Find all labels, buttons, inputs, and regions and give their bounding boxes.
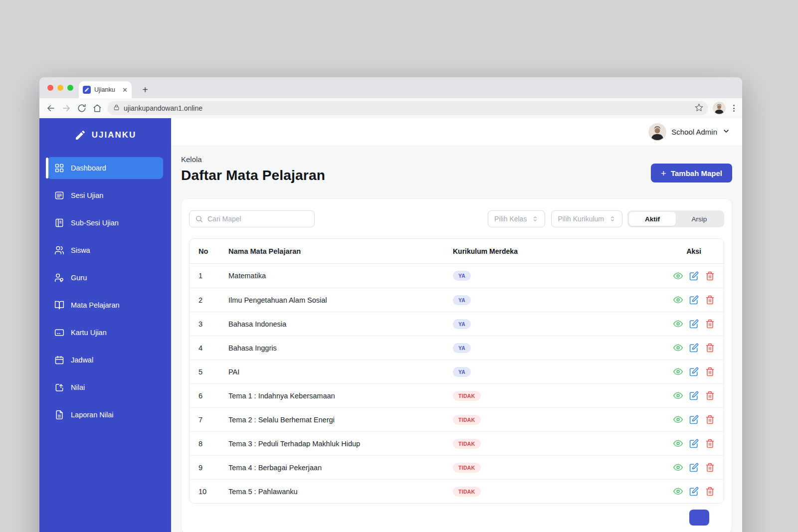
page-title: Daftar Mata Pelajaran bbox=[181, 168, 325, 183]
table-row: 5 PAI YA bbox=[190, 359, 724, 383]
toggle-aktif[interactable]: Aktif bbox=[629, 212, 676, 226]
class-select[interactable]: Pilih Kelas bbox=[488, 210, 545, 227]
subject-name: PAI bbox=[228, 368, 453, 376]
row-number: 1 bbox=[199, 272, 228, 280]
delete-icon[interactable] bbox=[705, 343, 715, 353]
back-icon[interactable] bbox=[45, 103, 56, 114]
delete-icon[interactable] bbox=[705, 391, 715, 400]
tab-close-icon[interactable]: ✕ bbox=[122, 86, 128, 94]
breadcrumb: Kelola bbox=[181, 155, 325, 164]
sidebar-item-jadwal[interactable]: Jadwal bbox=[47, 349, 163, 371]
bookmark-star-icon[interactable] bbox=[695, 103, 703, 114]
delete-icon[interactable] bbox=[705, 319, 715, 329]
sidebar-item-sesi-ujian[interactable]: Sesi Ujian bbox=[47, 184, 163, 206]
sidebar-item-sub-sesi-ujian[interactable]: Sub-Sesi Ujian bbox=[47, 212, 163, 234]
status-badge: YA bbox=[453, 319, 471, 329]
edit-icon[interactable] bbox=[689, 343, 699, 353]
table-row: 3 Bahasa Indonesia YA bbox=[190, 312, 724, 336]
new-tab-button[interactable]: + bbox=[139, 83, 152, 96]
view-icon[interactable] bbox=[673, 463, 683, 472]
view-icon[interactable] bbox=[673, 271, 683, 281]
status-badge: YA bbox=[453, 343, 471, 353]
sidebar-item-kartu-ujian[interactable]: Kartu Ujian bbox=[47, 322, 163, 344]
browser-tab[interactable]: Ujianku ✕ bbox=[79, 81, 132, 98]
add-subject-button[interactable]: + Tambah Mapel bbox=[651, 164, 732, 182]
delete-icon[interactable] bbox=[705, 271, 715, 281]
minimize-window-button[interactable] bbox=[57, 85, 63, 91]
curriculum-select[interactable]: Pilih Kurikulum bbox=[551, 210, 622, 227]
sidebar-item-siswa[interactable]: Siswa bbox=[47, 239, 163, 261]
edit-icon[interactable] bbox=[689, 391, 699, 400]
browser-tab-strip: Ujianku ✕ + bbox=[39, 77, 742, 98]
table-row: 1 Matematika YA bbox=[190, 264, 724, 288]
sidebar-item-laporan-nilai[interactable]: Laporan Nilai bbox=[47, 404, 163, 426]
sidebar-item-dashboard[interactable]: Dashboard bbox=[47, 157, 163, 179]
status-badge: TIDAK bbox=[453, 439, 481, 449]
plus-icon: + bbox=[661, 169, 666, 178]
view-icon[interactable] bbox=[673, 295, 683, 305]
reload-icon[interactable] bbox=[76, 103, 87, 114]
edit-icon[interactable] bbox=[689, 367, 699, 376]
edit-icon[interactable] bbox=[689, 295, 699, 305]
status-toggle: Aktif Arsip bbox=[627, 210, 724, 227]
sidebar-item-label: Sub-Sesi Ujian bbox=[71, 219, 119, 227]
edit-icon[interactable] bbox=[689, 487, 699, 496]
tab-title: Ujianku bbox=[94, 86, 119, 93]
view-icon[interactable] bbox=[673, 319, 683, 329]
teacher-icon bbox=[54, 273, 64, 283]
view-icon[interactable] bbox=[673, 343, 683, 353]
edit-icon[interactable] bbox=[689, 415, 699, 424]
delete-icon[interactable] bbox=[705, 367, 715, 376]
column-header-name: Nama Mata Pelajaran bbox=[228, 247, 453, 255]
toggle-arsip[interactable]: Arsip bbox=[676, 212, 723, 226]
address-bar[interactable]: ujiankupandowan1.online bbox=[107, 101, 708, 115]
sidebar-item-nilai[interactable]: Nilai bbox=[47, 376, 163, 398]
delete-icon[interactable] bbox=[705, 415, 715, 424]
edit-icon[interactable] bbox=[689, 319, 699, 329]
column-header-no: No bbox=[199, 247, 228, 255]
edit-icon[interactable] bbox=[689, 439, 699, 448]
user-name: School Admin bbox=[671, 128, 717, 136]
select-arrows-icon bbox=[609, 215, 616, 222]
view-icon[interactable] bbox=[673, 391, 683, 400]
close-window-button[interactable] bbox=[47, 85, 53, 91]
pagination-active-page[interactable] bbox=[689, 510, 709, 526]
table-row: 6 Tema 1 : Indahnya Kebersamaan TIDAK bbox=[190, 383, 724, 407]
status-badge: YA bbox=[453, 271, 471, 281]
row-number: 3 bbox=[199, 320, 228, 328]
delete-icon[interactable] bbox=[705, 295, 715, 305]
edit-icon[interactable] bbox=[689, 271, 699, 281]
browser-profile-avatar[interactable] bbox=[713, 102, 726, 115]
forward-icon[interactable] bbox=[61, 103, 72, 114]
subject-name: Tema 3 : Peduli Terhadap Makhluk Hidup bbox=[228, 440, 453, 448]
pagination bbox=[189, 504, 724, 526]
search-input[interactable] bbox=[207, 215, 309, 223]
view-icon[interactable] bbox=[673, 439, 683, 448]
subject-name: Tema 5 : Pahlawanku bbox=[228, 488, 453, 496]
sidebar-item-label: Mata Pelajaran bbox=[71, 301, 120, 309]
edit-icon[interactable] bbox=[689, 463, 699, 472]
status-badge: YA bbox=[453, 367, 471, 377]
delete-icon[interactable] bbox=[705, 487, 715, 496]
sidebar-item-label: Guru bbox=[71, 274, 87, 282]
delete-icon[interactable] bbox=[705, 439, 715, 448]
delete-icon[interactable] bbox=[705, 463, 715, 472]
sidebar-menu: Dashboard Sesi Ujian Sub-Sesi Ujian Sisw… bbox=[39, 150, 171, 431]
brand: UJIANKU bbox=[39, 120, 171, 150]
chevron-down-icon[interactable] bbox=[722, 127, 730, 137]
column-header-aksi: Aksi bbox=[652, 247, 715, 255]
page-heading: Kelola Daftar Mata Pelajaran bbox=[181, 155, 325, 183]
home-icon[interactable] bbox=[92, 103, 103, 114]
sidebar-item-guru[interactable]: Guru bbox=[47, 267, 163, 289]
select-arrows-icon bbox=[532, 215, 539, 222]
sidebar-item-mata-pelajaran[interactable]: Mata Pelajaran bbox=[47, 294, 163, 316]
row-number: 2 bbox=[199, 296, 228, 304]
browser-menu-icon[interactable] bbox=[730, 105, 737, 112]
maximize-window-button[interactable] bbox=[67, 85, 73, 91]
view-icon[interactable] bbox=[673, 367, 683, 376]
view-icon[interactable] bbox=[673, 487, 683, 496]
user-avatar[interactable] bbox=[648, 123, 666, 141]
status-badge: YA bbox=[453, 295, 471, 305]
subject-name: Tema 4 : Berbagai Pekerjaan bbox=[228, 464, 453, 472]
view-icon[interactable] bbox=[673, 415, 683, 424]
